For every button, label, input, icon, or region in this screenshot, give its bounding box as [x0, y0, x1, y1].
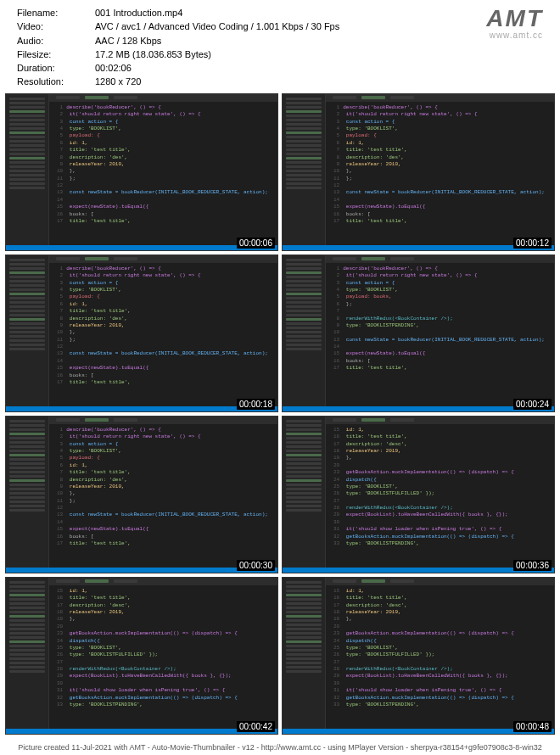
editor-tab — [361, 96, 385, 99]
editor-tab — [333, 257, 356, 260]
value-filesize: 17.2 MB (18.036.853 Bytes) — [95, 48, 339, 60]
editor-tab — [114, 257, 137, 260]
timestamp-badge: 00:00:06 — [237, 238, 275, 249]
editor-sidebar — [6, 417, 49, 573]
metadata-table: Filename: 001 Introduction.mp4 Video: AV… — [17, 7, 339, 88]
code-editor: 15 id: 1,16 title: 'test title',17 descr… — [49, 578, 277, 734]
editor-tab — [390, 257, 414, 260]
logo-text: AMT — [486, 7, 543, 31]
logo: AMT www.amt.cc — [486, 7, 552, 40]
editor-tab — [390, 579, 414, 583]
code-editor: 15 id: 1,16 title: 'test title',17 descr… — [326, 417, 554, 573]
timestamp-badge: 00:00:12 — [513, 238, 552, 249]
timestamp-badge: 00:00:42 — [237, 721, 275, 732]
label-filesize: Filesize: — [17, 48, 85, 60]
editor-tab — [361, 418, 385, 422]
thumbnail: 1describe('bookReducer', () => {2 it('sh… — [282, 254, 555, 412]
code-editor: 1describe('bookReducer', () => {2 it('sh… — [49, 94, 277, 250]
value-resolution: 1280 x 720 — [95, 76, 339, 87]
editor-tab — [85, 418, 109, 422]
footer-text: Picture created 11-Jul-2021 with AMT - A… — [0, 741, 560, 753]
editor-sidebar — [283, 578, 326, 734]
logo-url: www.amt.cc — [486, 31, 543, 40]
editor-tab — [56, 96, 80, 99]
editor-tab — [85, 579, 109, 583]
label-duration: Duration: — [17, 62, 85, 74]
editor-sidebar — [283, 94, 326, 250]
timestamp-badge: 00:00:18 — [237, 399, 275, 410]
editor-tab — [85, 257, 109, 260]
timestamp-badge: 00:00:24 — [513, 399, 552, 410]
editor-tab — [333, 96, 356, 99]
value-duration: 00:02:06 — [95, 62, 339, 74]
thumbnail: 1describe('bookReducer', () => {2 it('sh… — [282, 93, 555, 251]
tab-bar — [49, 417, 277, 424]
tab-bar — [326, 94, 554, 102]
thumbnail: 1describe('bookReducer', () => {2 it('sh… — [5, 254, 278, 412]
code-editor: 15 id: 1,16 title: 'test title',17 descr… — [326, 578, 554, 734]
tab-bar — [49, 578, 277, 585]
editor-sidebar — [283, 417, 326, 573]
editor-tab — [114, 96, 137, 99]
value-filename: 001 Introduction.mp4 — [95, 7, 339, 19]
thumbnail: 15 id: 1,16 title: 'test title',17 descr… — [282, 577, 555, 735]
thumbnail: 1describe('bookReducer', () => {2 it('sh… — [5, 416, 278, 573]
thumbnail: 15 id: 1,16 title: 'test title',17 descr… — [282, 416, 555, 573]
editor-tab — [114, 418, 137, 422]
editor-tab — [361, 579, 385, 583]
editor-sidebar — [6, 255, 49, 411]
editor-sidebar — [283, 255, 326, 411]
value-video: AVC / avc1 / Advanced Video Coding / 1.0… — [95, 20, 339, 32]
code-editor: 1describe('bookReducer', () => {2 it('sh… — [326, 255, 554, 411]
editor-tab — [361, 257, 385, 260]
thumbnail: 15 id: 1,16 title: 'test title',17 descr… — [5, 577, 278, 735]
tab-bar — [326, 255, 554, 263]
code-editor: 1describe('bookReducer', () => {2 it('sh… — [49, 417, 277, 573]
thumbnail-grid: 1describe('bookReducer', () => {2 it('sh… — [0, 93, 560, 735]
code-editor: 1describe('bookReducer', () => {2 it('sh… — [326, 94, 554, 250]
tab-bar — [49, 94, 277, 102]
label-audio: Audio: — [17, 35, 85, 47]
editor-tab — [56, 257, 80, 260]
label-video: Video: — [17, 20, 85, 32]
editor-tab — [390, 418, 414, 422]
timestamp-badge: 00:00:36 — [513, 560, 552, 571]
timestamp-badge: 00:00:30 — [237, 560, 275, 571]
editor-tab — [56, 418, 80, 422]
label-filename: Filename: — [17, 7, 85, 19]
label-resolution: Resolution: — [17, 76, 85, 87]
editor-tab — [85, 96, 109, 99]
editor-tab — [333, 579, 356, 583]
editor-tab — [114, 579, 137, 583]
editor-tab — [390, 96, 414, 99]
editor-sidebar — [6, 94, 49, 250]
value-audio: AAC / 128 Kbps — [95, 35, 339, 47]
tab-bar — [49, 255, 277, 263]
thumbnail: 1describe('bookReducer', () => {2 it('sh… — [5, 93, 278, 251]
editor-tab — [56, 579, 80, 583]
tab-bar — [326, 417, 554, 424]
editor-sidebar — [6, 578, 49, 734]
header: Filename: 001 Introduction.mp4 Video: AV… — [0, 0, 560, 93]
code-editor: 1describe('bookReducer', () => {2 it('sh… — [49, 255, 277, 411]
timestamp-badge: 00:00:48 — [513, 721, 552, 732]
editor-tab — [333, 418, 356, 422]
tab-bar — [326, 578, 554, 585]
